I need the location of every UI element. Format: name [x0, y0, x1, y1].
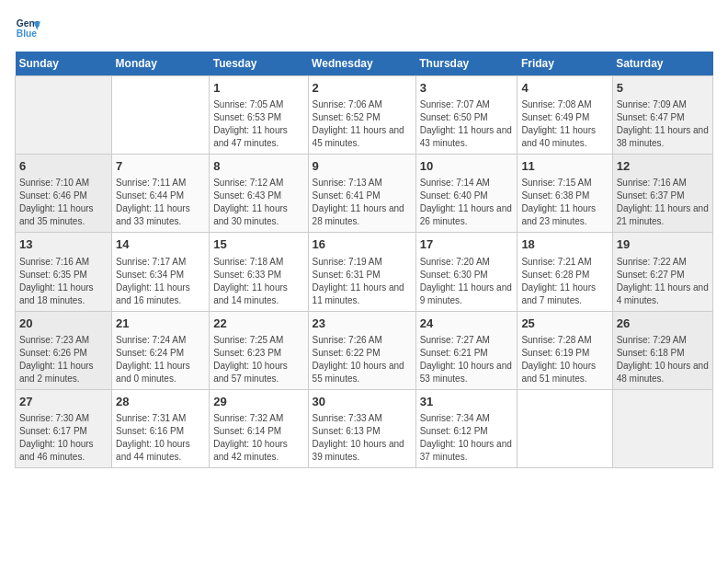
day-info: Sunrise: 7:33 AM Sunset: 6:13 PM Dayligh… [313, 412, 412, 464]
calendar-cell [112, 76, 210, 155]
day-number: 19 [617, 236, 709, 253]
day-number: 17 [420, 236, 514, 253]
day-header-friday: Friday [518, 52, 612, 76]
calendar-cell: 25Sunrise: 7:28 AM Sunset: 6:19 PM Dayli… [518, 311, 612, 389]
calendar-cell [16, 76, 112, 155]
day-info: Sunrise: 7:21 AM Sunset: 6:28 PM Dayligh… [521, 256, 608, 307]
logo-icon: General Blue [15, 15, 40, 40]
calendar-cell: 6Sunrise: 7:10 AM Sunset: 6:46 PM Daylig… [16, 155, 112, 233]
calendar-cell [518, 389, 612, 467]
calendar-cell: 10Sunrise: 7:14 AM Sunset: 6:40 PM Dayli… [415, 155, 518, 233]
day-header-tuesday: Tuesday [210, 52, 308, 76]
day-info: Sunrise: 7:34 AM Sunset: 6:12 PM Dayligh… [420, 412, 514, 464]
day-info: Sunrise: 7:25 AM Sunset: 6:23 PM Dayligh… [213, 334, 303, 385]
day-number: 13 [19, 236, 108, 253]
calendar-cell: 2Sunrise: 7:06 AM Sunset: 6:52 PM Daylig… [308, 76, 415, 155]
day-number: 27 [19, 394, 108, 410]
calendar-cell: 29Sunrise: 7:32 AM Sunset: 6:14 PM Dayli… [210, 389, 308, 467]
day-number: 29 [213, 394, 303, 410]
day-header-saturday: Saturday [612, 52, 712, 76]
day-number: 6 [19, 158, 108, 175]
week-row-4: 20Sunrise: 7:23 AM Sunset: 6:26 PM Dayli… [16, 311, 713, 389]
calendar-cell: 31Sunrise: 7:34 AM Sunset: 6:12 PM Dayli… [415, 389, 518, 467]
day-info: Sunrise: 7:12 AM Sunset: 6:43 PM Dayligh… [213, 177, 303, 228]
day-info: Sunrise: 7:30 AM Sunset: 6:17 PM Dayligh… [19, 412, 108, 464]
day-info: Sunrise: 7:20 AM Sunset: 6:30 PM Dayligh… [420, 256, 514, 307]
day-number: 25 [521, 316, 608, 332]
calendar-cell: 24Sunrise: 7:27 AM Sunset: 6:21 PM Dayli… [415, 311, 518, 389]
day-number: 4 [521, 80, 608, 97]
calendar-cell: 13Sunrise: 7:16 AM Sunset: 6:35 PM Dayli… [16, 233, 112, 311]
day-info: Sunrise: 7:18 AM Sunset: 6:33 PM Dayligh… [213, 256, 303, 307]
calendar-cell: 27Sunrise: 7:30 AM Sunset: 6:17 PM Dayli… [16, 389, 112, 467]
day-info: Sunrise: 7:16 AM Sunset: 6:35 PM Dayligh… [19, 256, 108, 307]
day-info: Sunrise: 7:22 AM Sunset: 6:27 PM Dayligh… [617, 256, 709, 307]
calendar-cell: 11Sunrise: 7:15 AM Sunset: 6:38 PM Dayli… [518, 155, 612, 233]
calendar-cell: 14Sunrise: 7:17 AM Sunset: 6:34 PM Dayli… [112, 233, 210, 311]
day-info: Sunrise: 7:11 AM Sunset: 6:44 PM Dayligh… [116, 177, 205, 228]
day-header-thursday: Thursday [415, 52, 518, 76]
day-header-sunday: Sunday [16, 52, 112, 76]
calendar-cell: 7Sunrise: 7:11 AM Sunset: 6:44 PM Daylig… [112, 155, 210, 233]
calendar-cell [612, 389, 712, 467]
day-number: 1 [213, 80, 303, 97]
day-number: 5 [617, 80, 709, 97]
day-number: 7 [116, 158, 205, 175]
day-info: Sunrise: 7:15 AM Sunset: 6:38 PM Dayligh… [521, 177, 608, 228]
day-info: Sunrise: 7:31 AM Sunset: 6:16 PM Dayligh… [116, 412, 205, 464]
calendar-cell: 19Sunrise: 7:22 AM Sunset: 6:27 PM Dayli… [612, 233, 712, 311]
day-number: 9 [313, 158, 412, 175]
day-info: Sunrise: 7:24 AM Sunset: 6:24 PM Dayligh… [116, 334, 205, 385]
page-header: General Blue [15, 15, 713, 40]
calendar-header-row: SundayMondayTuesdayWednesdayThursdayFrid… [16, 52, 713, 76]
day-info: Sunrise: 7:08 AM Sunset: 6:49 PM Dayligh… [521, 98, 608, 150]
calendar-cell: 18Sunrise: 7:21 AM Sunset: 6:28 PM Dayli… [518, 233, 612, 311]
day-info: Sunrise: 7:10 AM Sunset: 6:46 PM Dayligh… [19, 177, 108, 228]
day-info: Sunrise: 7:23 AM Sunset: 6:26 PM Dayligh… [19, 334, 108, 385]
calendar-cell: 20Sunrise: 7:23 AM Sunset: 6:26 PM Dayli… [16, 311, 112, 389]
calendar-cell: 9Sunrise: 7:13 AM Sunset: 6:41 PM Daylig… [308, 155, 415, 233]
day-header-monday: Monday [112, 52, 210, 76]
calendar-cell: 12Sunrise: 7:16 AM Sunset: 6:37 PM Dayli… [612, 155, 712, 233]
calendar-cell: 23Sunrise: 7:26 AM Sunset: 6:22 PM Dayli… [308, 311, 415, 389]
calendar-cell: 5Sunrise: 7:09 AM Sunset: 6:47 PM Daylig… [612, 76, 712, 155]
day-info: Sunrise: 7:32 AM Sunset: 6:14 PM Dayligh… [213, 412, 303, 464]
calendar-cell: 16Sunrise: 7:19 AM Sunset: 6:31 PM Dayli… [308, 233, 415, 311]
day-info: Sunrise: 7:26 AM Sunset: 6:22 PM Dayligh… [313, 334, 412, 385]
day-number: 14 [116, 236, 205, 253]
logo: General Blue [15, 15, 44, 40]
day-number: 28 [116, 394, 205, 410]
day-info: Sunrise: 7:14 AM Sunset: 6:40 PM Dayligh… [420, 177, 514, 228]
calendar-table: SundayMondayTuesdayWednesdayThursdayFrid… [15, 52, 713, 468]
week-row-2: 6Sunrise: 7:10 AM Sunset: 6:46 PM Daylig… [16, 155, 713, 233]
day-number: 18 [521, 236, 608, 253]
day-info: Sunrise: 7:27 AM Sunset: 6:21 PM Dayligh… [420, 334, 514, 385]
day-number: 23 [313, 316, 412, 332]
calendar-cell: 15Sunrise: 7:18 AM Sunset: 6:33 PM Dayli… [210, 233, 308, 311]
day-info: Sunrise: 7:17 AM Sunset: 6:34 PM Dayligh… [116, 256, 205, 307]
day-number: 31 [420, 394, 514, 410]
calendar-cell: 26Sunrise: 7:29 AM Sunset: 6:18 PM Dayli… [612, 311, 712, 389]
calendar-cell: 21Sunrise: 7:24 AM Sunset: 6:24 PM Dayli… [112, 311, 210, 389]
calendar-cell: 4Sunrise: 7:08 AM Sunset: 6:49 PM Daylig… [518, 76, 612, 155]
svg-text:Blue: Blue [17, 29, 38, 39]
day-number: 30 [313, 394, 412, 410]
day-number: 21 [116, 316, 205, 332]
week-row-5: 27Sunrise: 7:30 AM Sunset: 6:17 PM Dayli… [16, 389, 713, 467]
calendar-body: 1Sunrise: 7:05 AM Sunset: 6:53 PM Daylig… [16, 76, 713, 468]
day-number: 8 [213, 158, 303, 175]
day-info: Sunrise: 7:19 AM Sunset: 6:31 PM Dayligh… [313, 256, 412, 307]
calendar-cell: 28Sunrise: 7:31 AM Sunset: 6:16 PM Dayli… [112, 389, 210, 467]
day-info: Sunrise: 7:16 AM Sunset: 6:37 PM Dayligh… [617, 177, 709, 228]
day-number: 22 [213, 316, 303, 332]
calendar-cell: 8Sunrise: 7:12 AM Sunset: 6:43 PM Daylig… [210, 155, 308, 233]
day-number: 20 [19, 316, 108, 332]
day-number: 3 [420, 80, 514, 97]
day-number: 16 [313, 236, 412, 253]
calendar-cell: 1Sunrise: 7:05 AM Sunset: 6:53 PM Daylig… [210, 76, 308, 155]
day-info: Sunrise: 7:07 AM Sunset: 6:50 PM Dayligh… [420, 98, 514, 150]
day-number: 26 [617, 316, 709, 332]
day-number: 2 [313, 80, 412, 97]
day-header-wednesday: Wednesday [308, 52, 415, 76]
day-number: 10 [420, 158, 514, 175]
